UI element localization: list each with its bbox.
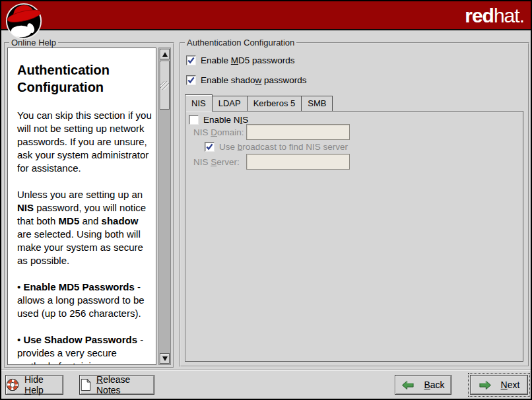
enable-nis-checkbox[interactable] — [189, 115, 199, 125]
release-notes-button[interactable]: Release Notes — [79, 375, 154, 395]
release-notes-label: Release Notes — [96, 374, 154, 395]
check-icon — [187, 77, 195, 84]
shadow-checkbox-label: Enable shadow passwords — [201, 75, 307, 85]
next-arrow-icon — [479, 380, 492, 391]
hide-help-label: Hide Help — [24, 374, 63, 395]
nis-server-label: NIS Server: — [193, 157, 240, 167]
auth-tabs: NIS LDAP Kerberos 5 SMB — [185, 94, 332, 111]
tab-ldap[interactable]: LDAP — [212, 96, 248, 111]
tab-smb[interactable]: SMB — [301, 96, 333, 111]
footer-separator — [1, 370, 531, 371]
nis-server-input — [246, 154, 350, 170]
hide-help-button[interactable]: Hide Help — [5, 375, 63, 395]
check-icon — [187, 57, 195, 64]
broadcast-checkbox — [205, 142, 215, 152]
wordmark-red: red — [465, 5, 494, 26]
online-help-frame: Online Help Authentication Configuration… — [4, 42, 174, 368]
nis-domain-label: NIS Domain: — [193, 127, 244, 137]
life-preserver-icon — [6, 378, 19, 391]
md5-checkbox-label: Enable MD5 passwords — [201, 55, 295, 65]
help-content: Authentication Configuration You can ski… — [8, 48, 156, 365]
broadcast-row: Use broadcast to find NIS server — [205, 142, 348, 152]
scroll-up-button[interactable] — [160, 49, 170, 59]
document-icon — [80, 378, 91, 391]
next-button[interactable]: Next — [470, 375, 528, 395]
auth-config-frame: Authentication Configuration Enable MD5 … — [180, 42, 529, 367]
check-icon — [206, 143, 213, 150]
nis-tab-panel: Enable NIS NIS Domain: Use broadcast to … — [185, 111, 523, 362]
auth-config-frame-label: Authentication Configuration — [185, 38, 296, 48]
back-arrow-icon — [401, 380, 415, 391]
scroll-up-icon — [162, 52, 168, 57]
md5-checkbox-row[interactable]: Enable MD5 passwords — [186, 55, 295, 65]
shadow-checkbox[interactable] — [186, 75, 196, 85]
tab-nis[interactable]: NIS — [185, 94, 213, 112]
back-label: Back — [424, 380, 444, 390]
enable-nis-label: Enable NIS — [203, 115, 248, 125]
scroll-down-icon — [162, 356, 168, 361]
help-bullet-1: • Enable MD5 Passwords - allows a long p… — [17, 281, 152, 320]
help-scrollbar[interactable] — [158, 48, 171, 365]
help-title: Authentication Configuration — [17, 61, 152, 96]
top-banner: redhat. — [1, 1, 531, 30]
help-paragraph-1: You can skip this section if you will no… — [17, 109, 152, 175]
back-button[interactable]: Back — [395, 375, 451, 395]
broadcast-label: Use broadcast to find NIS server — [219, 142, 348, 152]
installer-window: redhat. Online Help Authentication Confi… — [1, 1, 531, 399]
scroll-down-button[interactable] — [160, 353, 170, 364]
shadowman-logo-icon — [4, 2, 45, 44]
tab-kerberos5[interactable]: Kerberos 5 — [247, 96, 302, 111]
thumb-grip-icon — [160, 81, 169, 90]
enable-nis-row[interactable]: Enable NIS — [189, 115, 248, 125]
scrollbar-thumb[interactable] — [160, 61, 170, 110]
wordmark-hat: hat — [494, 5, 519, 26]
shadow-checkbox-row[interactable]: Enable shadow passwords — [186, 75, 307, 85]
next-label: Next — [501, 380, 520, 390]
md5-checkbox[interactable] — [186, 55, 196, 65]
redhat-wordmark: redhat. — [465, 5, 524, 27]
help-paragraph-2: Unless you are setting up an NIS passwor… — [17, 188, 152, 267]
help-text-viewport: Authentication Configuration You can ski… — [7, 48, 156, 365]
nis-domain-input — [246, 124, 350, 140]
wordmark-period: . — [519, 5, 524, 26]
help-bullet-2: • Use Shadow Passwords - provides a very… — [17, 333, 152, 365]
